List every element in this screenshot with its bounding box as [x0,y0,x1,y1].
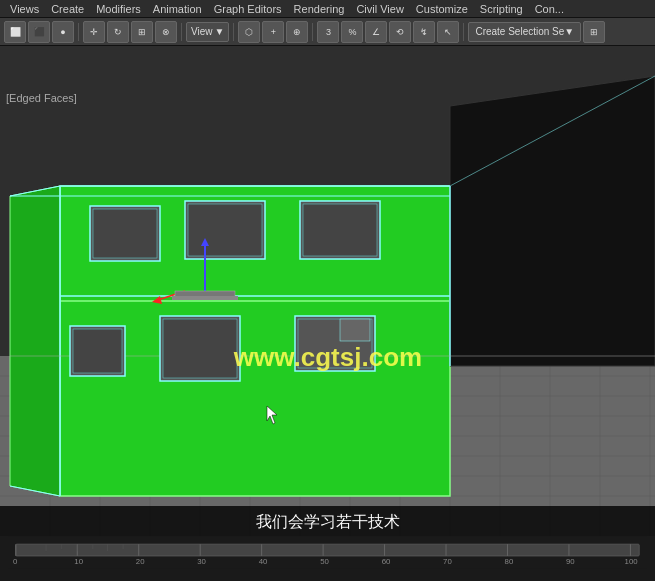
toolbar-separator-1 [78,23,79,41]
svg-text:40: 40 [259,557,268,566]
svg-rect-43 [73,329,122,373]
svg-text:60: 60 [382,557,391,566]
toolbar-btn-undo[interactable]: ⟲ [389,21,411,43]
menu-item-scripting[interactable]: Scripting [474,3,529,15]
menu-item-modifiers[interactable]: Modifiers [90,3,147,15]
svg-text:20: 20 [136,557,145,566]
menu-item-customize[interactable]: Customize [410,3,474,15]
toolbar-btn-scale[interactable]: ⊞ [131,21,153,43]
toolbar-btn-percent[interactable]: % [341,21,363,43]
menu-item-animation[interactable]: Animation [147,3,208,15]
menu-item-views[interactable]: Views [4,3,45,15]
toolbar-btn-num3[interactable]: 3 [317,21,339,43]
toolbar-separator-2 [181,23,182,41]
svg-text:90: 90 [566,557,575,566]
svg-rect-41 [303,204,377,256]
toolbar-btn-3d[interactable]: ⬡ [238,21,260,43]
svg-rect-37 [93,209,157,258]
toolbar-btn-circle-select[interactable]: ● [52,21,74,43]
viewport: www.cgtsj.com [Edged Faces] 我们会学习若干技术 [0,46,655,536]
menu-item-rendering[interactable]: Rendering [288,3,351,15]
svg-text:70: 70 [443,557,452,566]
svg-rect-39 [188,204,262,256]
toolbar-btn-select[interactable]: ⬜ [4,21,26,43]
svg-text:0: 0 [13,557,18,566]
menu-item-civil-view[interactable]: Civil View [350,3,409,15]
toolbar-btn-extra[interactable]: ↯ [413,21,435,43]
toolbar-btn-cursor[interactable]: ↖ [437,21,459,43]
toolbar-btn-transform[interactable]: ⊗ [155,21,177,43]
create-selection-label: Create Selection Se [475,26,564,37]
svg-text:100: 100 [625,557,639,566]
svg-text:www.cgtsj.com: www.cgtsj.com [233,342,422,372]
view-dropdown-arrow: ▼ [215,26,225,37]
svg-text:我们会学习若干技术: 我们会学习若干技术 [256,513,400,530]
timeline-bar: 0 10 20 30 40 50 60 70 80 [0,536,655,569]
svg-rect-61 [16,544,639,556]
svg-marker-25 [10,186,60,496]
view-label: View [191,26,213,37]
toolbar-btn-angle[interactable]: ∠ [365,21,387,43]
create-selection-arrow: ▼ [564,26,574,37]
menu-item-create[interactable]: Create [45,3,90,15]
toolbar-btn-rect-select[interactable]: ⬛ [28,21,50,43]
menu-bar: Views Create Modifiers Animation Graph E… [0,0,655,18]
svg-text:80: 80 [505,557,514,566]
toolbar-btn-snap2[interactable]: ⊕ [286,21,308,43]
toolbar-separator-5 [463,23,464,41]
toolbar-separator-3 [233,23,234,41]
toolbar-btn-extra2[interactable]: ⊞ [583,21,605,43]
svg-text:[Edged Faces]: [Edged Faces] [6,92,77,104]
toolbar-btn-move[interactable]: ✛ [83,21,105,43]
view-dropdown[interactable]: View ▼ [186,22,229,42]
svg-rect-48 [340,319,370,341]
svg-text:50: 50 [320,557,329,566]
toolbar: ⬜ ⬛ ● ✛ ↻ ⊞ ⊗ View ▼ ⬡ + ⊕ 3 % ∠ ⟲ ↯ ↖ C… [0,18,655,46]
menu-item-con[interactable]: Con... [529,3,570,15]
svg-text:10: 10 [74,557,83,566]
toolbar-btn-rotate[interactable]: ↻ [107,21,129,43]
scene-svg: www.cgtsj.com [Edged Faces] 我们会学习若干技术 [0,46,655,536]
svg-rect-54 [172,296,238,300]
create-selection-button[interactable]: Create Selection Se ▼ [468,22,581,42]
svg-rect-45 [163,319,237,378]
svg-marker-26 [450,76,655,366]
toolbar-separator-4 [312,23,313,41]
timeline-svg: 0 10 20 30 40 50 60 70 80 [8,536,647,569]
menu-item-graph-editors[interactable]: Graph Editors [208,3,288,15]
toolbar-btn-snap[interactable]: + [262,21,284,43]
svg-text:30: 30 [197,557,206,566]
